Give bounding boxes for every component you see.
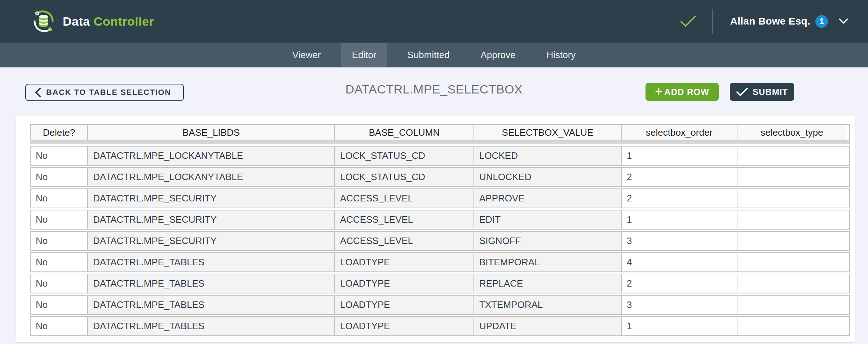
- cell-selectbox-type[interactable]: [737, 189, 846, 208]
- cell-base-column: ACCESS_LEVEL: [335, 189, 474, 208]
- cell-selectbox-type[interactable]: [737, 168, 846, 186]
- table-row: No DATACTRL.MPE_TABLES LOADTYPE TXTEMPOR…: [30, 295, 850, 315]
- submit-label: SUBMIT: [753, 87, 788, 97]
- grid-header-divider: [30, 141, 850, 144]
- brand[interactable]: Data Controller: [32, 10, 154, 32]
- cell-selectbox-order[interactable]: 2: [622, 274, 737, 293]
- cell-selectbox-type[interactable]: [737, 147, 846, 165]
- add-row-button[interactable]: + ADD ROW: [646, 83, 719, 101]
- main-nav: Viewer Editor Submitted Approve History: [0, 43, 868, 68]
- cell-base-column: LOADTYPE: [335, 296, 474, 314]
- toolbar-actions: + ADD ROW SUBMIT: [646, 83, 794, 101]
- column-header-selectbox-type[interactable]: selectbox_type: [737, 125, 846, 140]
- header-right: Allan Bowe Esq. 1: [680, 9, 848, 34]
- cell-selectbox-value: BITEMPORAL: [474, 253, 622, 271]
- cell-selectbox-order[interactable]: 2: [622, 168, 737, 186]
- table-row: No DATACTRL.MPE_TABLES LOADTYPE REPLACE …: [30, 274, 850, 293]
- cell-selectbox-type[interactable]: [737, 274, 846, 293]
- cell-base-libds: DATACTRL.MPE_TABLES: [88, 317, 335, 335]
- cell-base-column: LOADTYPE: [335, 253, 474, 271]
- cell-delete[interactable]: No: [31, 274, 88, 293]
- table-row: No DATACTRL.MPE_SECURITY ACCESS_LEVEL SI…: [30, 231, 850, 251]
- user-badge: 1: [815, 15, 828, 28]
- cell-base-column: ACCESS_LEVEL: [335, 232, 474, 250]
- cell-selectbox-type[interactable]: [737, 296, 846, 314]
- cell-selectbox-order[interactable]: 3: [622, 232, 737, 250]
- cell-base-libds: DATACTRL.MPE_LOCKANYTABLE: [88, 147, 335, 165]
- cell-delete[interactable]: No: [31, 168, 88, 186]
- cell-selectbox-type[interactable]: [737, 253, 846, 271]
- chevron-down-icon[interactable]: [839, 18, 848, 24]
- tab-approve[interactable]: Approve: [470, 43, 526, 67]
- data-grid: Delete? BASE_LIBDS BASE_COLUMN SELECTBOX…: [30, 124, 850, 336]
- app-title: Data Controller: [63, 14, 154, 29]
- table-row: No DATACTRL.MPE_LOCKANYTABLE LOCK_STATUS…: [30, 146, 850, 166]
- cell-base-libds: DATACTRL.MPE_TABLES: [88, 296, 335, 314]
- cell-selectbox-order[interactable]: 3: [622, 296, 737, 314]
- app-header: Data Controller Allan Bowe Esq. 1: [0, 0, 868, 43]
- column-header-base-libds[interactable]: BASE_LIBDS: [88, 125, 335, 140]
- tab-editor[interactable]: Editor: [341, 43, 387, 67]
- cell-delete[interactable]: No: [31, 147, 88, 165]
- toolbar: BACK TO TABLE SELECTION DATACTRL.MPE_SEL…: [0, 68, 868, 116]
- cell-selectbox-value: EDIT: [474, 210, 622, 229]
- grid-header-row: Delete? BASE_LIBDS BASE_COLUMN SELECTBOX…: [30, 124, 850, 141]
- cell-base-column: LOCK_STATUS_CD: [335, 168, 474, 186]
- cell-base-column: LOCK_STATUS_CD: [335, 147, 474, 165]
- cell-base-column: LOADTYPE: [335, 274, 474, 293]
- user-name[interactable]: Allan Bowe Esq.: [730, 16, 810, 27]
- cell-base-libds: DATACTRL.MPE_TABLES: [88, 274, 335, 293]
- cell-selectbox-type[interactable]: [737, 210, 846, 229]
- cell-selectbox-value: TXTEMPORAL: [474, 296, 622, 314]
- tab-viewer[interactable]: Viewer: [282, 43, 332, 67]
- cell-delete[interactable]: No: [31, 232, 88, 250]
- cell-base-libds: DATACTRL.MPE_SECURITY: [88, 210, 335, 229]
- add-row-label: ADD ROW: [664, 87, 709, 97]
- cell-delete[interactable]: No: [31, 210, 88, 229]
- cell-base-column: ACCESS_LEVEL: [335, 210, 474, 229]
- cell-base-libds: DATACTRL.MPE_SECURITY: [88, 189, 335, 208]
- column-header-selectbox-order[interactable]: selectbox_order: [622, 125, 737, 140]
- cell-selectbox-value: UNLOCKED: [474, 168, 622, 186]
- cell-selectbox-type[interactable]: [737, 232, 846, 250]
- column-header-selectbox-value[interactable]: SELECTBOX_VALUE: [474, 125, 622, 140]
- table-row: No DATACTRL.MPE_LOCKANYTABLE LOCK_STATUS…: [30, 167, 850, 187]
- table-row: No DATACTRL.MPE_TABLES LOADTYPE BITEMPOR…: [30, 252, 850, 272]
- cell-selectbox-order[interactable]: 1: [622, 317, 737, 335]
- header-divider: [712, 9, 713, 34]
- tab-submitted[interactable]: Submitted: [397, 43, 461, 67]
- column-header-base-column[interactable]: BASE_COLUMN: [335, 125, 474, 140]
- cell-selectbox-value: LOCKED: [474, 147, 622, 165]
- cell-selectbox-value: REPLACE: [474, 274, 622, 293]
- cell-base-libds: DATACTRL.MPE_LOCKANYTABLE: [88, 168, 335, 186]
- logo-icon: [32, 10, 55, 32]
- editor-panel: Delete? BASE_LIBDS BASE_COLUMN SELECTBOX…: [16, 116, 855, 342]
- cell-selectbox-type[interactable]: [737, 317, 846, 335]
- submit-button[interactable]: SUBMIT: [730, 83, 794, 101]
- cell-base-libds: DATACTRL.MPE_SECURITY: [88, 232, 335, 250]
- cell-selectbox-order[interactable]: 2: [622, 189, 737, 208]
- cell-base-libds: DATACTRL.MPE_TABLES: [88, 253, 335, 271]
- cell-base-column: LOADTYPE: [335, 317, 474, 335]
- table-row: No DATACTRL.MPE_SECURITY ACCESS_LEVEL ED…: [30, 210, 850, 230]
- table-row: No DATACTRL.MPE_SECURITY ACCESS_LEVEL AP…: [30, 188, 850, 208]
- cell-selectbox-value: SIGNOFF: [474, 232, 622, 250]
- column-header-delete[interactable]: Delete?: [31, 125, 88, 140]
- cell-delete[interactable]: No: [31, 253, 88, 271]
- cell-delete[interactable]: No: [31, 189, 88, 208]
- cell-delete[interactable]: No: [31, 317, 88, 335]
- cell-selectbox-value: UPDATE: [474, 317, 622, 335]
- cell-selectbox-order[interactable]: 4: [622, 253, 737, 271]
- table-row: No DATACTRL.MPE_TABLES LOADTYPE UPDATE 1: [30, 316, 850, 336]
- tab-history[interactable]: History: [536, 43, 586, 67]
- cell-selectbox-order[interactable]: 1: [622, 147, 737, 165]
- cell-delete[interactable]: No: [31, 296, 88, 314]
- status-check-icon[interactable]: [680, 15, 696, 27]
- check-icon: [736, 87, 748, 97]
- cell-selectbox-order[interactable]: 1: [622, 210, 737, 229]
- cell-selectbox-value: APPROVE: [474, 189, 622, 208]
